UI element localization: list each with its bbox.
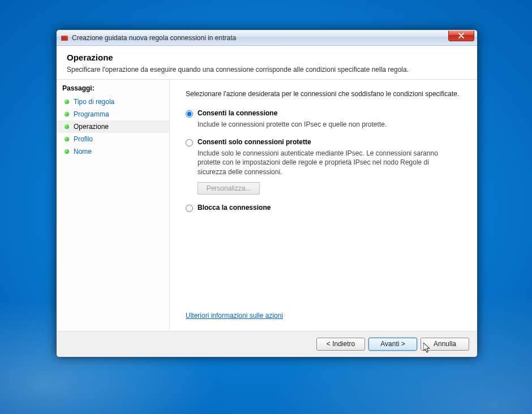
window-title: Creazione guidata nuova regola connessio… [72, 34, 477, 42]
customize-button: Personalizza... [198, 182, 260, 195]
svg-rect-5 [65, 38, 67, 39]
step-tipo-di-regola[interactable]: Tipo di regola [57, 96, 169, 108]
radio-description: Include le connessioni protette con IPse… [198, 120, 452, 129]
step-nome[interactable]: Nome [57, 145, 169, 158]
step-profilo[interactable]: Profilo [57, 133, 169, 145]
option-allow-connection: Consenti la connessione Include le conne… [186, 109, 466, 129]
steps-sidebar: Passaggi: Tipo di regola Programma Opera… [57, 80, 170, 331]
step-bullet-icon [65, 100, 69, 104]
option-allow-secure-only: Consenti solo connessioni protette Inclu… [186, 138, 466, 195]
cancel-button[interactable]: Annulla [421, 338, 469, 351]
option-block-connection: Blocca la connessione [186, 204, 466, 214]
step-label: Tipo di regola [74, 98, 114, 106]
step-programma[interactable]: Programma [57, 108, 169, 120]
radio-row-block[interactable]: Blocca la connessione [186, 204, 466, 212]
radio-row-allow[interactable]: Consenti la connessione [186, 109, 466, 118]
close-icon [458, 33, 465, 38]
step-bullet-icon [65, 137, 69, 141]
main-instruction: Selezionare l'azione desiderata per le c… [186, 90, 466, 98]
step-label: Profilo [74, 135, 93, 143]
titlebar[interactable]: Creazione guidata nuova regola connessio… [57, 30, 477, 46]
step-label: Operazione [74, 123, 109, 131]
wizard-header: Operazione Specificare l'operazione da e… [57, 46, 477, 80]
svg-rect-2 [62, 36, 63, 37]
more-info-link[interactable]: Ulteriori informazioni sulle azioni [186, 312, 283, 320]
main-content: Selezionare l'azione desiderata per le c… [170, 80, 477, 331]
step-label: Programma [74, 110, 109, 118]
page-description: Specificare l'operazione da eseguire qua… [67, 66, 468, 74]
page-title: Operazione [67, 53, 468, 62]
step-bullet-icon [65, 124, 69, 129]
svg-rect-3 [64, 36, 66, 37]
next-button[interactable]: Avanti > [368, 338, 417, 351]
radio-row-allow-secure[interactable]: Consenti solo connessioni protette [186, 138, 466, 146]
wizard-window: Creazione guidata nuova regola connessio… [56, 29, 478, 357]
radio-allow-connection[interactable] [186, 110, 193, 118]
wizard-footer: < Indietro Avanti > Annulla [57, 331, 477, 357]
step-operazione[interactable]: Operazione [57, 120, 169, 133]
svg-rect-4 [63, 38, 65, 39]
firewall-wizard-icon [60, 33, 69, 42]
back-button[interactable]: < Indietro [316, 338, 365, 351]
step-bullet-icon [65, 112, 69, 117]
radio-label: Blocca la connessione [198, 204, 271, 212]
radio-description: Include solo le connessioni autenticate … [198, 149, 452, 176]
step-bullet-icon [65, 149, 69, 154]
sidebar-heading: Passaggi: [57, 82, 169, 96]
close-button[interactable] [448, 31, 474, 41]
radio-label: Consenti solo connessioni protette [198, 138, 311, 146]
radio-block-connection[interactable] [186, 205, 193, 212]
step-label: Nome [74, 148, 92, 156]
radio-label: Consenti la connessione [198, 109, 277, 117]
radio-allow-secure[interactable] [186, 139, 193, 146]
wizard-body: Passaggi: Tipo di regola Programma Opera… [57, 80, 477, 331]
